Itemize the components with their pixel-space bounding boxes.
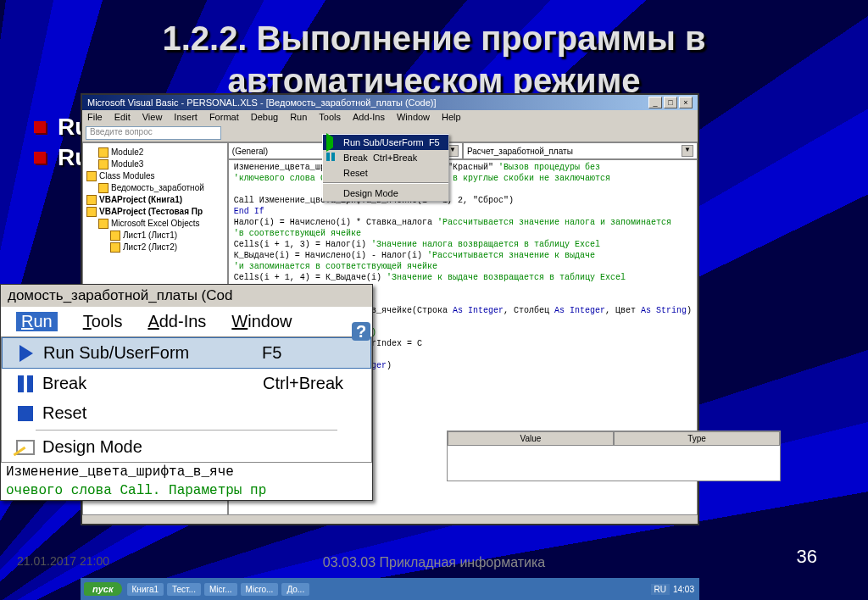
tree-node[interactable]: Microsoft Excel Objects — [86, 218, 224, 230]
bullet-icon — [34, 152, 46, 164]
help-icon[interactable]: ? — [348, 319, 374, 344]
menu-help[interactable]: Help — [442, 112, 461, 122]
procedure-combo[interactable]: Расчет_заработной_платы▼ — [463, 142, 698, 159]
overlay-menu-window[interactable]: Window — [231, 312, 292, 331]
design-icon — [16, 440, 35, 455]
task-item[interactable]: До... — [281, 583, 309, 596]
pause-icon — [18, 375, 33, 392]
overlay-code-line-1: Изменение_цвета_шрифта_в_яче — [1, 463, 372, 481]
menu-file[interactable]: File — [87, 112, 103, 122]
menu-format[interactable]: Format — [209, 112, 239, 122]
vbe-title-text: Microsoft Visual Basic - PERSONAL.XLS - … — [87, 97, 437, 108]
task-item[interactable]: Тест... — [167, 583, 201, 596]
minimize-button[interactable]: _ — [648, 97, 662, 108]
break-item[interactable]: Break Ctrl+Break — [323, 150, 448, 165]
chevron-down-icon: ▼ — [682, 145, 693, 157]
footer-text: 03.03.03 Прикладная информатика — [0, 555, 868, 570]
task-item[interactable]: Книга1 — [127, 583, 164, 596]
pause-icon — [326, 153, 338, 164]
overlay-run-subuserform[interactable]: Run Sub/UserForm F5 — [2, 337, 371, 369]
lang-indicator[interactable]: RU — [651, 584, 670, 595]
system-tray: RU 14:03 — [646, 584, 699, 595]
clock-text: 14:03 — [673, 585, 694, 594]
overlay-menu-addins[interactable]: Add-Ins — [147, 312, 206, 331]
module-icon — [98, 183, 108, 193]
run-menu-overlay: домость_заработной_платы (Соd Run Tools … — [0, 284, 373, 501]
menu-window[interactable]: Window — [397, 112, 430, 122]
overlay-titlebar: домость_заработной_платы (Соd — [1, 285, 372, 307]
watch-col-value: Value — [448, 431, 614, 446]
design-mode-item[interactable]: Design Mode — [323, 186, 448, 201]
module-icon — [98, 147, 108, 158]
menu-view[interactable]: View — [142, 112, 163, 122]
overlay-reset[interactable]: Reset — [2, 398, 371, 428]
watch-panel: Value Type — [447, 431, 781, 481]
bullet-icon — [34, 121, 46, 133]
tree-node[interactable]: Ведомость_заработной — [86, 182, 224, 194]
run-dropdown-small: Run Sub/UserForm F5 Break Ctrl+Break Res… — [322, 134, 449, 202]
tree-node[interactable]: Лист1 (Лист1) — [86, 230, 224, 242]
tree-node[interactable]: Module3 — [86, 158, 224, 170]
taskbar: пуск Книга1 Тест... Micr... Micro... До.… — [81, 578, 699, 600]
overlay-menu-run[interactable]: Run — [16, 312, 58, 331]
slide-number: 36 — [797, 546, 817, 568]
folder-icon — [98, 219, 108, 229]
menu-edit[interactable]: Edit — [114, 112, 131, 122]
overlay-dropdown: Run Sub/UserForm F5 Break Ctrl+Break Res… — [1, 336, 372, 463]
module-icon — [98, 159, 108, 169]
overlay-code-line-2: очевого слова Call. Параметры пр — [1, 481, 372, 500]
overlay-break[interactable]: Break Ctrl+Break — [2, 369, 371, 398]
close-button[interactable]: × — [679, 97, 693, 108]
menu-addins[interactable]: Add-Ins — [353, 112, 385, 122]
tree-node[interactable]: VBAProject (Книга1) — [86, 194, 224, 206]
reset-item[interactable]: Reset — [323, 165, 448, 181]
tree-node[interactable]: VBAProject (Тестовая Пр — [86, 206, 224, 218]
menu-tools[interactable]: Tools — [319, 112, 341, 122]
overlay-design-mode[interactable]: Design Mode — [2, 432, 371, 462]
maximize-button[interactable]: □ — [664, 97, 677, 108]
start-button[interactable]: пуск — [84, 582, 122, 596]
folder-icon — [86, 171, 97, 181]
tree-node[interactable]: Module2 — [86, 147, 224, 158]
task-item[interactable]: Micr... — [204, 583, 237, 596]
project-icon — [86, 207, 97, 217]
menu-insert[interactable]: Insert — [174, 112, 198, 122]
project-icon — [86, 195, 97, 205]
tree-node[interactable]: Class Modules — [86, 170, 224, 182]
sheet-icon — [110, 242, 120, 253]
overlay-menu-tools[interactable]: Tools — [83, 312, 123, 331]
tree-node[interactable]: Лист2 (Лист2) — [86, 242, 224, 253]
stop-icon — [18, 406, 33, 421]
task-item[interactable]: Micro... — [241, 583, 279, 596]
run-subuserform-item[interactable]: Run Sub/UserForm F5 — [323, 135, 448, 150]
vbe-menubar: File Edit View Insert Format Debug Run T… — [82, 110, 698, 124]
overlay-menubar: Run Tools Add-Ins Window ? — [1, 307, 372, 336]
play-icon — [326, 133, 333, 152]
menu-run[interactable]: Run — [290, 112, 307, 122]
help-search-input[interactable]: Введите вопрос — [86, 126, 221, 140]
sheet-icon — [110, 231, 120, 241]
vbe-titlebar: Microsoft Visual Basic - PERSONAL.XLS - … — [82, 95, 698, 110]
play-icon — [19, 345, 33, 362]
menu-debug[interactable]: Debug — [251, 112, 278, 122]
watch-col-type: Type — [614, 431, 780, 446]
